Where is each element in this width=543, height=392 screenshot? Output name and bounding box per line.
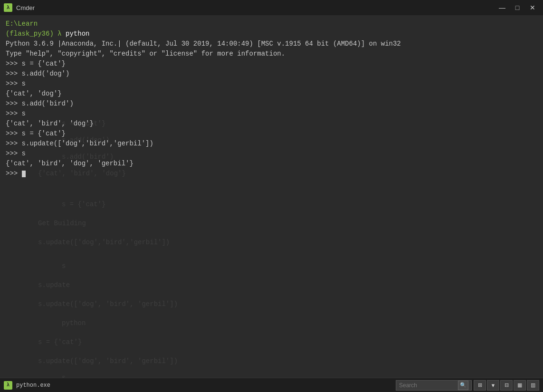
ghost-text: python	[62, 319, 86, 327]
toolbar-group: ⊞ ▼ ⊟ ▦ ▥	[474, 380, 539, 391]
toolbar-btn-5[interactable]: ▥	[527, 380, 539, 391]
cursor	[22, 171, 26, 177]
terminal-line: {'cat', 'dog'}	[6, 89, 537, 99]
terminal-line: >>> s.update(['dog','bird','gerbil'])	[6, 139, 537, 149]
terminal-line: >>> s.add('bird')	[6, 99, 537, 109]
toolbar-btn-4[interactable]: ▦	[514, 380, 526, 391]
terminal-line: {'cat', 'bird', 'dog'}	[6, 119, 537, 129]
status-process: python.exe	[16, 382, 50, 389]
terminal-content: E:\Learn(flask_py36) λ pythonPython 3.6.…	[6, 19, 537, 179]
toolbar-btn-2[interactable]: ▼	[487, 380, 499, 391]
status-icon: λ	[4, 381, 12, 390]
ghost-text: s.update(['dog','bird','gerbil'])	[38, 239, 170, 246]
window-title: Cmder	[16, 4, 35, 11]
toolbar-btn-3[interactable]: ⊟	[500, 380, 513, 391]
title-bar: λ Cmder — □ ✕	[0, 0, 543, 15]
terminal-line: (flask_py36) λ python	[6, 29, 537, 39]
ghost-text: s	[62, 262, 66, 270]
status-right: 🔍 ⊞ ▼ ⊟ ▦ ▥	[396, 380, 539, 391]
close-button[interactable]: ✕	[526, 3, 539, 12]
status-left: λ python.exe	[4, 381, 50, 390]
terminal-line: >>> s = {'cat'}	[6, 59, 537, 69]
search-box[interactable]: 🔍	[396, 380, 472, 391]
window-controls: — □ ✕	[495, 3, 539, 12]
terminal-area[interactable]: s = {'cat'}s.add('dog')s.add('bird'){'ca…	[0, 15, 543, 378]
terminal-line: {'cat', 'bird', 'dog', 'gerbil'}	[6, 159, 537, 169]
search-button[interactable]: 🔍	[458, 381, 468, 390]
ghost-text: s.update(['dog', 'bird', 'gerbil'])	[38, 300, 178, 308]
ghost-text: s.update(['dog', 'bird', 'gerbil'])	[38, 357, 178, 365]
app-icon: λ	[4, 3, 12, 12]
toolbar-btn-1[interactable]: ⊞	[474, 380, 486, 391]
title-bar-left: λ Cmder	[4, 3, 35, 12]
maximize-button[interactable]: □	[511, 3, 524, 12]
status-bar: λ python.exe 🔍 ⊞ ▼ ⊟ ▦ ▥	[0, 378, 543, 392]
ghost-text: s.update	[38, 281, 70, 289]
terminal-line: >>> s	[6, 79, 537, 89]
terminal-line: Type "help", "copyright", "credits" or "…	[6, 49, 537, 59]
search-input[interactable]	[399, 382, 456, 389]
minimize-button[interactable]: —	[495, 3, 509, 12]
terminal-line: >>>	[6, 169, 537, 179]
terminal-line: >>> s	[6, 149, 537, 159]
ghost-text: s	[62, 374, 66, 378]
terminal-line: E:\Learn	[6, 19, 537, 29]
ghost-text: s = {'cat'}	[62, 201, 105, 208]
terminal-line: >>> s.add('dog')	[6, 69, 537, 79]
ghost-text: s = {'cat'}	[38, 338, 82, 346]
terminal-line: >>> s	[6, 109, 537, 119]
terminal-line: >>> s = {'cat'}	[6, 129, 537, 139]
terminal-line: Python 3.6.9 |Anaconda, Inc.| (default, …	[6, 39, 537, 49]
ghost-text: Get Building	[38, 220, 86, 227]
